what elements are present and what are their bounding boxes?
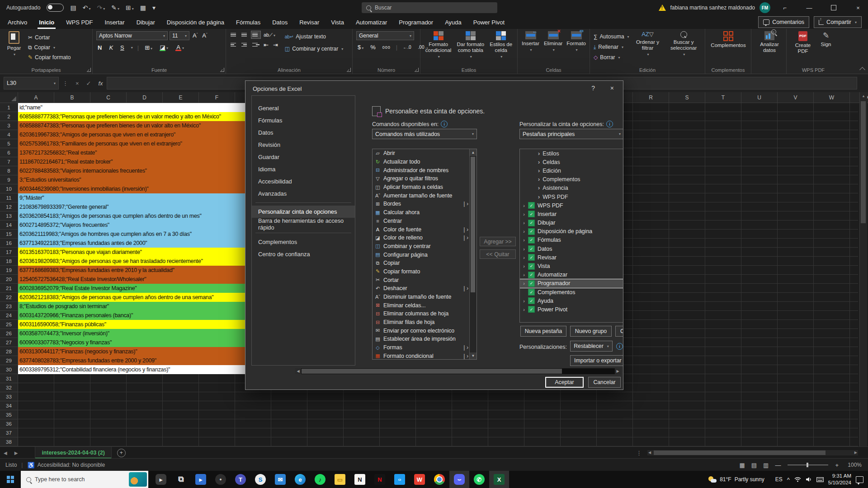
row-header[interactable]: 21 bbox=[0, 284, 18, 293]
expand-chevron-icon[interactable]: › bbox=[520, 263, 528, 269]
expand-chevron-icon[interactable]: › bbox=[520, 307, 528, 312]
new-sheet-button[interactable]: + bbox=[117, 449, 126, 457]
row-header[interactable]: 8 bbox=[0, 166, 18, 175]
underline-button[interactable]: S bbox=[119, 44, 126, 51]
teams-icon[interactable]: T bbox=[231, 471, 250, 488]
row-header[interactable]: 4 bbox=[0, 130, 18, 139]
normal-view-icon[interactable]: ▦ bbox=[736, 462, 748, 469]
row-header[interactable]: 3 bbox=[0, 121, 18, 130]
cancel-entry-icon[interactable]: × bbox=[72, 80, 83, 87]
orientation-button[interactable]: ab⟋▾ bbox=[262, 32, 277, 38]
row-header[interactable]: 1 bbox=[0, 103, 18, 112]
cell-row[interactable]: 6377408028783;"Empresas fundadas entre 2… bbox=[18, 356, 245, 365]
ribbon-tab-item-automatizar[interactable]: ›✓Automatizar bbox=[520, 271, 623, 279]
percent-button[interactable]: % bbox=[369, 44, 377, 51]
merge-center-button[interactable]: ◫Combinar y centrar▾ bbox=[285, 44, 343, 53]
expand-chevron-icon[interactable]: › bbox=[520, 281, 528, 286]
number-format-select[interactable]: General▾ bbox=[356, 31, 414, 40]
cell-row[interactable]: 6377134922183;"Empresas fundadas antes d… bbox=[18, 239, 245, 248]
ribbon-tab-programador[interactable]: Programador bbox=[393, 15, 439, 29]
sheet-next-icon[interactable]: ▶ bbox=[11, 450, 22, 455]
expand-chevron-icon[interactable]: › bbox=[520, 255, 528, 260]
clear-button[interactable]: ◇Borrar▾ bbox=[594, 53, 629, 62]
scroll-thumb[interactable] bbox=[471, 157, 475, 292]
warning-icon[interactable] bbox=[659, 5, 666, 11]
remove-command-button[interactable]: << Quitar bbox=[480, 249, 516, 259]
dialog-nav-personalizar-cinta-de-opciones[interactable]: Personalizar cinta de opciones bbox=[252, 206, 355, 218]
skype-icon[interactable]: S bbox=[250, 471, 270, 488]
autosave-toggle[interactable] bbox=[47, 4, 64, 12]
language-indicator[interactable]: ES bbox=[775, 476, 783, 483]
column-header[interactable]: W bbox=[814, 92, 850, 103]
ribbon-tab-item-disposición-de-página[interactable]: ›✓Disposición de página bbox=[520, 227, 623, 236]
ribbon-tab-vista[interactable]: Vista bbox=[325, 15, 350, 29]
checkbox-checked-icon[interactable]: ✓ bbox=[528, 254, 535, 261]
row-header[interactable]: 37 bbox=[0, 428, 18, 437]
wrap-text-button[interactable]: ab↵Ajustar texto bbox=[285, 32, 343, 41]
ribbon-tab-automatizar[interactable]: Automatizar bbox=[350, 15, 393, 29]
close-button[interactable]: × bbox=[848, 0, 868, 15]
format-as-table-button[interactable]: Dar formato como tabla▾ bbox=[455, 31, 486, 59]
select-all-button[interactable] bbox=[0, 92, 18, 103]
info-icon[interactable]: i bbox=[441, 121, 448, 127]
column-header[interactable]: U bbox=[741, 92, 778, 103]
ribbon-tab-disposición-de-página[interactable]: Disposición de página bbox=[161, 15, 230, 29]
row-header[interactable]: 33 bbox=[0, 392, 18, 401]
checkbox-checked-icon[interactable]: ✓ bbox=[528, 228, 535, 235]
cell-row[interactable]: 6013516370183;"Personas que viajan diari… bbox=[18, 248, 245, 257]
command-item[interactable]: ▦Calcular ahora bbox=[373, 208, 476, 217]
command-item[interactable]: ✂Cortar bbox=[373, 276, 476, 284]
movies-app-icon[interactable]: ▸ bbox=[191, 471, 211, 488]
decrease-indent-icon[interactable]: ⇤ bbox=[262, 42, 270, 48]
expand-chevron-icon[interactable]: › bbox=[520, 229, 528, 234]
dialog-nav-avanzadas[interactable]: Avanzadas bbox=[252, 188, 355, 200]
dialog-nav-datos[interactable]: Datos bbox=[252, 127, 355, 139]
cell-row[interactable]: 125405727536428;"Real Estate Investor/Wh… bbox=[18, 275, 245, 284]
cell-row[interactable]: 6203620854183;"Amigos de personas que cu… bbox=[18, 211, 245, 221]
ribbon-tab-insertar[interactable]: Insertar bbox=[99, 15, 131, 29]
paste-button[interactable]: Pegar▾ bbox=[4, 31, 24, 62]
row-header[interactable]: 10 bbox=[0, 184, 18, 193]
accessibility-status[interactable]: Accesibilidad: No disponible bbox=[38, 462, 105, 468]
close-icon[interactable]: × bbox=[610, 84, 614, 92]
tab-group-asistencia[interactable]: ›Asistencia bbox=[520, 184, 623, 192]
scroll-right-icon[interactable]: ▶ bbox=[854, 450, 857, 455]
cell-row[interactable]: 6377168689383;"Empresas fundadas entre 2… bbox=[18, 266, 245, 275]
tab-group-edición[interactable]: ›Edición bbox=[520, 166, 623, 175]
horizontal-scrollbar[interactable]: ◀ ▶ bbox=[647, 450, 858, 455]
tab-group-celdas[interactable]: ›Celdas bbox=[520, 158, 623, 166]
sheet-prev-icon[interactable]: ◀ bbox=[0, 450, 11, 455]
dialog-nav-accesibilidad[interactable]: Accesibilidad bbox=[252, 175, 355, 188]
cell-row[interactable]: 6085888747383;"Personas que prefieren bi… bbox=[18, 121, 245, 130]
increase-indent-icon[interactable]: ⇥ bbox=[272, 42, 279, 48]
row-header[interactable]: 25 bbox=[0, 320, 18, 329]
scroll-up-icon[interactable]: ▲ bbox=[470, 149, 476, 156]
checkbox-checked-icon[interactable]: ✓ bbox=[528, 289, 535, 296]
number-dialog-launcher-icon[interactable] bbox=[415, 68, 419, 72]
analyze-data-button[interactable]: Analizar datos bbox=[755, 31, 784, 53]
ribbon-tab-archivo[interactable]: Archivo bbox=[2, 15, 33, 29]
row-header[interactable]: 22 bbox=[0, 293, 18, 302]
command-item[interactable]: ◇Formas| › bbox=[373, 343, 476, 352]
checkbox-checked-icon[interactable]: ✓ bbox=[528, 245, 535, 252]
ribbon-tab-fórmulas[interactable]: Fórmulas bbox=[230, 15, 266, 29]
column-header[interactable]: D bbox=[127, 92, 163, 103]
align-top-icon[interactable] bbox=[230, 31, 239, 38]
ribbon-tab-item-programador[interactable]: ›✓Programador bbox=[520, 279, 623, 288]
row-header[interactable]: 15 bbox=[0, 230, 18, 239]
row-header[interactable]: 9 bbox=[0, 175, 18, 184]
cell-row[interactable]: 6009003307783;"Negocios y finanzas" bbox=[18, 338, 245, 347]
cell-row[interactable]: 6003143720966;"Finanzas personales (banc… bbox=[18, 311, 245, 320]
ribbon-tab-inicio[interactable]: Inicio bbox=[33, 15, 60, 29]
whatsapp-icon[interactable]: ✆ bbox=[469, 471, 489, 488]
row-header[interactable]: 30 bbox=[0, 365, 18, 374]
cell-row[interactable]: 6002836952079;"Real Estate Investor Maga… bbox=[18, 284, 245, 293]
vertical-scroll-thumb[interactable] bbox=[861, 101, 866, 223]
row-header[interactable]: 19 bbox=[0, 266, 18, 275]
command-item[interactable]: AˇDisminuir tamaño de fuente bbox=[373, 293, 476, 301]
checkbox-checked-icon[interactable]: ✓ bbox=[528, 211, 535, 217]
cell-row[interactable]: 3;"Estudios universitarios" bbox=[18, 175, 245, 184]
clock[interactable]: 9:31 AM 5/10/2024 bbox=[828, 473, 851, 486]
expand-chevron-icon[interactable]: › bbox=[520, 246, 528, 252]
rename-button[interactable]: Ca bbox=[615, 326, 623, 337]
